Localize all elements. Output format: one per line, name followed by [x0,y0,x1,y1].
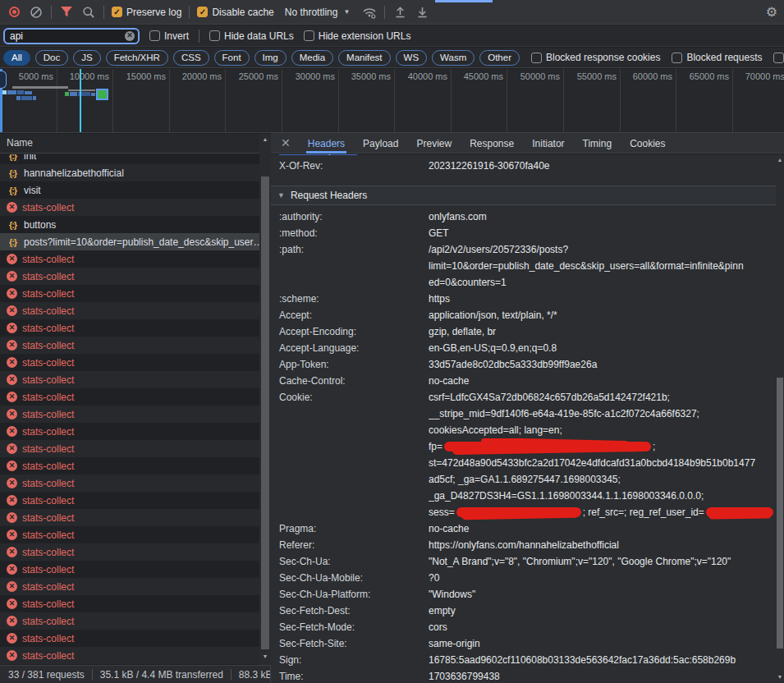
tab-cookies[interactable]: Cookies [621,133,674,154]
request-row[interactable]: ✕stats-collect [0,474,259,492]
export-har-icon[interactable] [415,5,429,20]
scroll-up-icon[interactable]: ▲ [776,156,784,164]
request-row[interactable]: ✕stats-collect [0,406,259,423]
scroll-up-icon[interactable]: ▲ [259,135,271,144]
tab-payload[interactable]: Payload [354,133,407,154]
import-har-icon[interactable] [392,5,407,20]
third-party-checkbox[interactable]: 3rd-party requests [773,52,784,63]
request-row[interactable]: ✕stats-collect [0,337,259,354]
request-row[interactable]: ✕stats-collect [0,543,259,561]
scrollbar-thumb[interactable] [261,176,269,649]
request-header-row[interactable]: App-Token:33d57ade8c02dbc5a333db99ff9ae2… [271,356,776,373]
tab-preview[interactable]: Preview [407,133,461,154]
request-header-row[interactable]: Sec-Ch-Ua:"Not_A Brand";v="8", "Chromium… [271,553,776,570]
request-header-row[interactable]: :scheme:https [271,291,776,307]
filter-chip-wasm[interactable]: Wasm [432,50,475,66]
clear-icon[interactable] [29,5,44,20]
request-row[interactable]: ✕stats-collect [0,492,259,509]
search-icon[interactable] [81,5,96,20]
filter-chip-doc[interactable]: Doc [35,50,68,66]
request-row[interactable]: {:}visit [0,181,259,199]
filter-chip-css[interactable]: CSS [173,50,209,66]
filter-chip-media[interactable]: Media [291,50,333,66]
request-headers-section[interactable]: ▼ Request Headers [271,186,776,205]
hide-data-urls-checkbox[interactable]: Hide data URLs [209,30,294,42]
hide-extension-urls-checkbox[interactable]: Hide extension URLs [304,30,411,42]
throttling-select[interactable]: No throttling ▼ [285,7,351,18]
request-row[interactable]: ✕stats-collect [0,457,259,474]
filter-chip-ws[interactable]: WS [396,50,428,66]
clear-filter-icon[interactable]: ✕ [125,31,135,41]
request-row[interactable]: ✕stats-collect [0,612,259,630]
request-row[interactable]: ✕stats-collect [0,371,259,388]
request-row[interactable]: ✕stats-collect [0,388,259,406]
request-row[interactable]: {:}init [0,154,259,164]
request-header-row[interactable]: Referer:https://onlyfans.com/hannaheliza… [271,537,776,553]
request-header-row[interactable]: Sec-Fetch-Mode:cors [271,619,776,635]
request-row[interactable]: ✕stats-collect [0,561,259,578]
scroll-down-icon[interactable]: ▼ [776,673,784,681]
blocked-requests-checkbox[interactable]: Blocked requests [672,52,762,63]
request-row[interactable]: ✕stats-collect [0,526,259,543]
request-header-row[interactable]: :path:/api2/v2/users/20572336/posts?limi… [271,241,776,291]
filter-chip-fetch-xhr[interactable]: Fetch/XHR [106,50,168,66]
request-header-row[interactable]: Time:1703636799438 [271,668,776,683]
request-row[interactable]: ✕stats-collect [0,319,259,337]
request-header-row[interactable]: Cache-Control:no-cache [271,373,776,389]
scroll-down-icon[interactable]: ▼ [259,653,271,661]
request-header-row[interactable]: Sec-Fetch-Site:same-origin [271,635,776,652]
request-header-row[interactable]: Sign:16785:5aad9602cf110608b03133de56364… [271,652,776,668]
request-row[interactable]: ✕stats-collect [0,268,259,285]
request-row[interactable]: {:}hannahelizabethofficial [0,164,259,181]
request-row[interactable]: ✕stats-collect [0,578,259,595]
invert-checkbox[interactable]: Invert [149,30,189,42]
request-header-row[interactable]: Accept:application/json, text/plain, */* [271,307,776,323]
tab-initiator[interactable]: Initiator [523,133,573,154]
overview-drag-handle[interactable] [0,71,7,89]
filter-input[interactable]: api ✕ [3,28,140,44]
filter-chip-img[interactable]: Img [254,50,287,66]
request-row[interactable]: ✕stats-collect [0,199,259,216]
request-header-row[interactable]: Cookie:csrf=LdfcGX4Sa72db06824c657db26a5… [271,389,776,520]
preserve-log-checkbox[interactable]: ✓ Preserve log [112,7,181,18]
filter-chip-other[interactable]: Other [479,50,520,66]
network-overview[interactable]: 5000 ms10000 ms15000 ms20000 ms25000 ms3… [0,69,784,133]
request-row[interactable]: ✕stats-collect [0,509,259,526]
request-row[interactable]: ✕stats-collect [0,285,259,302]
tab-response[interactable]: Response [461,133,523,154]
request-row[interactable]: ✕stats-collect [0,595,259,612]
request-row[interactable]: ✕stats-collect [0,440,259,457]
request-header-row[interactable]: Pragma:no-cache [271,520,776,537]
tab-headers[interactable]: Headers [299,133,354,154]
filter-chip-all[interactable]: All [3,50,30,66]
request-list-scrollbar[interactable]: ▲ ▼ [259,134,271,665]
request-header-row[interactable]: Accept-Language:en-GB,en-US;q=0.9,en;q=0… [271,340,776,356]
tab-timing[interactable]: Timing [574,133,621,154]
details-scrollbar[interactable]: ▲ ▼ [776,154,784,683]
request-header-row[interactable]: Sec-Ch-Ua-Mobile:?0 [271,570,776,586]
filter-icon[interactable] [59,5,74,20]
blocked-cookies-checkbox[interactable]: Blocked response cookies [531,52,660,63]
request-row-selected[interactable]: {:}posts?limit=10&order=publish_date_des… [0,233,259,250]
response-header-row[interactable]: X-Of-Rev: 202312261916-30670fa40e [271,158,776,174]
request-header-row[interactable]: Sec-Fetch-Dest:empty [271,603,776,619]
request-header-row[interactable]: Sec-Ch-Ua-Platform:"Windows" [271,586,776,603]
request-row[interactable]: ✕stats-collect [0,250,259,268]
request-row[interactable]: ✕stats-collect [0,647,259,664]
request-row[interactable]: ✕stats-collect [0,630,259,647]
request-header-row[interactable]: :authority:onlyfans.com [271,209,776,225]
filter-chip-js[interactable]: JS [73,50,100,66]
request-row[interactable]: ✕stats-collect [0,354,259,371]
settings-gear-icon[interactable]: ⚙ [766,6,777,19]
request-row[interactable]: ✕stats-collect [0,423,259,440]
close-icon[interactable]: ✕ [276,137,299,149]
name-column-header[interactable]: Name [0,134,271,154]
scrollbar-thumb[interactable] [777,378,783,649]
filter-chip-manifest[interactable]: Manifest [338,50,390,66]
request-row[interactable]: {:}buttons [0,216,259,233]
request-header-row[interactable]: :method:GET [271,225,776,241]
network-conditions-icon[interactable] [362,5,377,20]
disable-cache-checkbox[interactable]: ✓ Disable cache [197,7,273,18]
request-header-row[interactable]: Accept-Encoding:gzip, deflate, br [271,323,776,340]
filter-chip-font[interactable]: Font [214,50,250,66]
